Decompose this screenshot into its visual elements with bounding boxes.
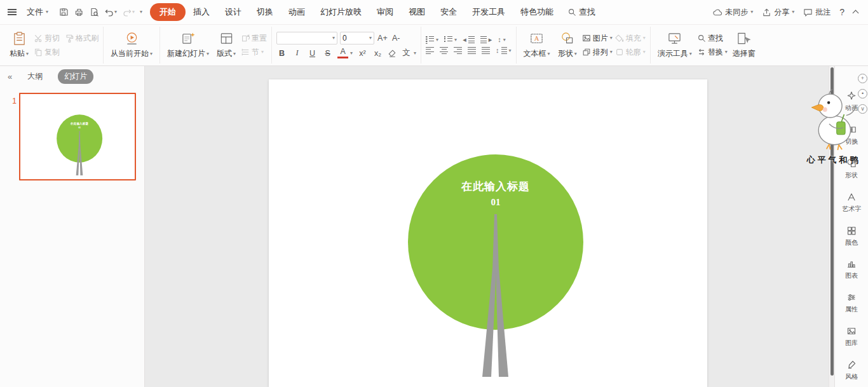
outline-button[interactable]: 轮廓 ▾ xyxy=(615,47,646,58)
play-icon xyxy=(125,31,139,46)
distribute-icon[interactable] xyxy=(482,47,490,55)
text-direction-icon: ↕ xyxy=(498,36,501,43)
eraser-icon xyxy=(388,49,397,58)
font-color-button[interactable]: A▾ xyxy=(337,48,353,58)
copy-button[interactable]: 复制 xyxy=(34,47,60,58)
share-button[interactable]: 分享 ▾ xyxy=(762,7,794,18)
subscript-button[interactable]: x₂ xyxy=(372,49,383,58)
chevron-down-icon: ▾ xyxy=(414,51,416,56)
shapes-button[interactable]: 形状▾ xyxy=(555,30,580,60)
sync-status-button[interactable]: 未同步 ▾ xyxy=(712,7,753,18)
fill-button[interactable]: 填充 ▾ xyxy=(615,33,646,44)
decrease-indent-button[interactable]: ◂ xyxy=(463,36,475,44)
chevron-down-icon: ▾ xyxy=(509,48,512,53)
sidebar-item-properties[interactable]: 属性 xyxy=(835,287,868,320)
replace-button[interactable]: 替换 ▾ xyxy=(697,47,728,58)
quick-access-more-icon[interactable]: ▾ xyxy=(140,10,142,15)
selection-pane-button[interactable]: 选择窗 xyxy=(730,30,758,60)
print-preview-button[interactable] xyxy=(89,7,99,17)
font-name-select[interactable]: ▾ xyxy=(276,32,337,44)
comments-label: 批注 xyxy=(815,7,831,18)
tab-home[interactable]: 开始 xyxy=(150,3,186,21)
redo-icon xyxy=(122,7,132,17)
text-box-button[interactable]: A 文本框▾ xyxy=(521,30,553,60)
pinyin-button[interactable]: 文▾ xyxy=(401,48,416,58)
align-center-icon[interactable] xyxy=(440,47,448,55)
reset-button[interactable]: 重置 xyxy=(241,33,267,44)
justify-icon[interactable] xyxy=(468,47,476,55)
text-direction-button[interactable]: ↕▾ xyxy=(498,36,506,43)
slide-thumbnail-row: 1 xyxy=(0,93,144,180)
tools-group: 演示工具▾ 查找 替换 ▾ 选择窗 xyxy=(651,27,763,64)
find-button[interactable]: 查找 xyxy=(697,33,728,44)
search-icon xyxy=(567,8,576,17)
decrease-font-button[interactable]: A- xyxy=(391,34,402,43)
comments-button[interactable]: 批注 xyxy=(803,7,831,18)
pinyin-label: 文 xyxy=(401,48,412,58)
new-slide-button[interactable]: 新建幻灯片▾ xyxy=(165,30,212,60)
chevron-down-icon: ▾ xyxy=(750,10,753,15)
align-left-icon[interactable] xyxy=(426,47,434,55)
picture-label: 图片 xyxy=(593,33,608,44)
tab-view[interactable]: 视图 xyxy=(401,3,433,21)
increase-font-button[interactable]: A+ xyxy=(377,34,388,43)
undo-button[interactable]: ▾ xyxy=(104,7,117,17)
tab-insert[interactable]: 插入 xyxy=(186,3,217,21)
collapse-panel-icon[interactable]: « xyxy=(8,72,12,81)
find-tab[interactable]: 查找 xyxy=(561,3,602,21)
picture-button[interactable]: 图片 ▾ xyxy=(582,33,613,44)
tab-devtools[interactable]: 开发工具 xyxy=(465,3,513,21)
bullets-button[interactable]: ▾ xyxy=(426,36,438,44)
file-menu-button[interactable]: 文件 ▾ xyxy=(22,4,53,20)
sidebar-item-style[interactable]: 风格 xyxy=(835,353,868,387)
strikethrough-button[interactable]: S xyxy=(322,49,333,58)
clear-format-button[interactable] xyxy=(388,49,397,58)
chevron-down-icon: ▾ xyxy=(643,36,646,41)
sidebar-item-gallery[interactable]: 图库 xyxy=(835,320,868,353)
underline-button[interactable]: U xyxy=(307,49,318,58)
new-slide-label: 新建幻灯片 xyxy=(167,48,205,59)
sidebar-item-chart[interactable]: 图表 xyxy=(835,253,868,287)
tab-features[interactable]: 特色功能 xyxy=(513,3,561,21)
line-spacing-button[interactable]: ↕▾ xyxy=(496,47,512,55)
plus-circle-icon[interactable]: + xyxy=(858,74,867,83)
slide-number: 1 xyxy=(10,97,17,105)
save-button[interactable] xyxy=(58,7,69,17)
align-right-icon[interactable] xyxy=(454,47,462,55)
sidebar-item-wordart[interactable]: 艺术字 xyxy=(835,186,868,219)
presentation-tools-button[interactable]: 演示工具▾ xyxy=(655,30,695,60)
numbering-button[interactable]: ▾ xyxy=(444,36,457,44)
superscript-button[interactable]: x² xyxy=(357,49,368,58)
dot-circle-icon[interactable]: • xyxy=(858,89,867,98)
sidebar-item-colors[interactable]: 颜色 xyxy=(835,219,868,253)
tab-transition[interactable]: 切换 xyxy=(249,3,281,21)
font-size-select[interactable]: 0 ▾ xyxy=(340,32,374,44)
tab-outline[interactable]: 大纲 xyxy=(21,69,49,84)
format-painter-button[interactable]: 格式刷 xyxy=(65,33,98,44)
cut-button[interactable]: 剪切 xyxy=(34,33,60,44)
help-button[interactable]: ? xyxy=(839,7,844,17)
redo-button[interactable]: ▾ xyxy=(122,7,135,17)
tab-slideshow[interactable]: 幻灯片放映 xyxy=(313,3,369,21)
tab-review[interactable]: 审阅 xyxy=(369,3,401,21)
tab-slides[interactable]: 幻灯片 xyxy=(58,69,93,84)
play-from-current-button[interactable]: 从当前开始▾ xyxy=(108,30,155,60)
lines-icon xyxy=(468,36,475,44)
arrange-button[interactable]: 排列 ▾ xyxy=(582,47,613,58)
hamburger-menu-icon[interactable] xyxy=(8,9,17,10)
tab-security[interactable]: 安全 xyxy=(433,3,465,21)
slide-thumbnail[interactable] xyxy=(19,93,136,180)
chevron-down-circle-icon[interactable]: ∨ xyxy=(858,104,867,114)
print-button[interactable] xyxy=(74,7,84,17)
section-button[interactable]: 节 ▾ xyxy=(241,47,267,58)
bold-button[interactable]: B xyxy=(276,49,287,58)
tab-design[interactable]: 设计 xyxy=(217,3,249,21)
collapse-ribbon-icon[interactable] xyxy=(853,10,859,17)
italic-button[interactable]: I xyxy=(292,48,302,58)
text-box-icon: A xyxy=(529,31,544,46)
slide-editing-area[interactable] xyxy=(269,79,707,387)
tab-animation[interactable]: 动画 xyxy=(281,3,313,21)
paste-button[interactable]: 粘贴▾ xyxy=(7,30,31,60)
increase-indent-button[interactable]: ▸ xyxy=(480,36,492,44)
layout-button[interactable]: 版式▾ xyxy=(214,30,238,60)
